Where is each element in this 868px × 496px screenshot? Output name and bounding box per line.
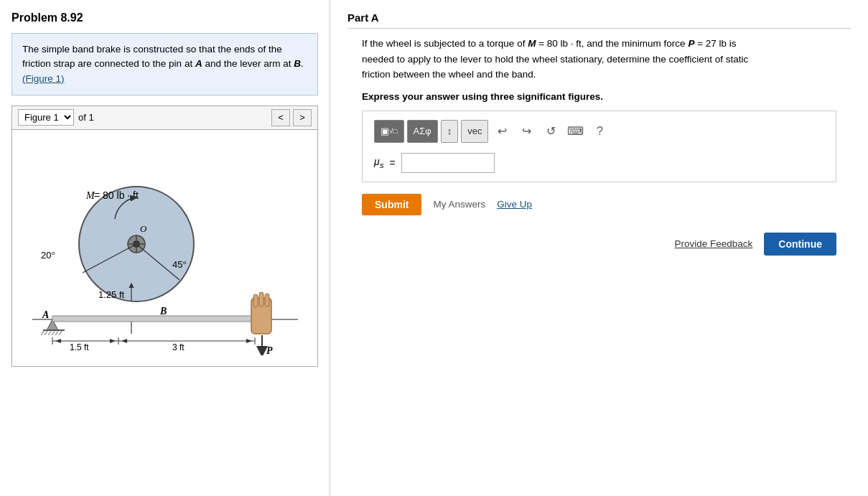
svg-text:A: A xyxy=(42,309,49,320)
svg-text:1.5 ft: 1.5 ft xyxy=(70,342,89,352)
submit-button[interactable]: Submit xyxy=(362,194,421,215)
svg-marker-37 xyxy=(246,339,252,343)
svg-marker-31 xyxy=(55,339,61,343)
toolbar: ▣√□ AΣφ ↕ vec ↩ ↪ ↺ ⌨ ? xyxy=(374,120,824,143)
next-figure-button[interactable]: > xyxy=(293,109,312,126)
undo-button[interactable]: ↩ xyxy=(491,120,513,143)
figure-image: M = 80 lb · ft O 20° 45° 1.25 ft xyxy=(25,140,305,355)
svg-rect-25 xyxy=(52,316,253,322)
matrix-button[interactable]: ▣√□ xyxy=(374,120,404,143)
svg-marker-36 xyxy=(121,339,127,343)
svg-rect-40 xyxy=(259,292,263,307)
mu-subscript: s xyxy=(380,160,384,169)
part-description: If the wheel is subjected to a torque of… xyxy=(362,36,851,83)
redo-button[interactable]: ↪ xyxy=(515,120,537,143)
give-up-link[interactable]: Give Up xyxy=(497,199,532,210)
svg-line-22 xyxy=(52,330,55,335)
figure-link[interactable]: (Figure 1) xyxy=(22,73,65,84)
figure-selector-bar: Figure 1 of 1 < > xyxy=(11,106,318,130)
my-answers-link[interactable]: My Answers xyxy=(433,199,485,210)
figure-dropdown[interactable]: Figure 1 xyxy=(18,109,74,126)
express-answer: Express your answer using three signific… xyxy=(362,91,851,102)
svg-line-20 xyxy=(45,330,48,335)
svg-text:20°: 20° xyxy=(41,250,55,261)
svg-line-21 xyxy=(48,330,52,335)
of-label: of 1 xyxy=(78,112,94,123)
help-button[interactable]: ? xyxy=(589,120,610,143)
vec-button[interactable]: vec xyxy=(461,120,488,143)
input-row: μs = xyxy=(374,153,824,173)
arrows-button[interactable]: ↕ xyxy=(441,120,459,143)
prev-figure-button[interactable]: < xyxy=(271,109,290,126)
svg-rect-39 xyxy=(253,294,258,307)
keyboard-button[interactable]: ⌨ xyxy=(564,120,586,143)
svg-line-23 xyxy=(55,330,59,335)
description-text: The simple band brake is constructed so … xyxy=(22,44,304,84)
provide-feedback-link[interactable]: Provide Feedback xyxy=(675,238,753,249)
equals-sign: = xyxy=(390,157,396,169)
refresh-button[interactable]: ↺ xyxy=(540,120,561,143)
problem-title: Problem 8.92 xyxy=(11,11,318,24)
svg-line-19 xyxy=(41,330,45,335)
svg-text:B: B xyxy=(159,306,167,317)
right-panel: Part A If the wheel is subjected to a to… xyxy=(330,0,868,496)
answer-box: ▣√□ AΣφ ↕ vec ↩ ↪ ↺ ⌨ ? μs = xyxy=(362,111,836,182)
svg-rect-41 xyxy=(265,294,269,307)
svg-line-24 xyxy=(59,330,62,335)
part-title: Part A xyxy=(347,11,851,29)
continue-button[interactable]: Continue xyxy=(764,233,836,256)
problem-description: The simple band brake is constructed so … xyxy=(11,33,318,95)
svg-text:3 ft: 3 ft xyxy=(172,342,185,352)
svg-text:1.25 ft: 1.25 ft xyxy=(98,289,125,300)
left-panel: Problem 8.92 The simple band brake is co… xyxy=(0,0,330,496)
svg-marker-32 xyxy=(110,339,116,343)
svg-text:P: P xyxy=(266,345,273,355)
greek-button[interactable]: AΣφ xyxy=(407,120,438,143)
mu-symbol: μs xyxy=(374,156,384,169)
svg-text:= 80 lb · ft: = 80 lb · ft xyxy=(94,189,139,201)
svg-text:45°: 45° xyxy=(172,259,187,270)
svg-text:O: O xyxy=(140,223,147,234)
feedback-continue-row: Provide Feedback Continue xyxy=(347,233,836,256)
figure-area: M = 80 lb · ft O 20° 45° 1.25 ft xyxy=(11,130,318,367)
answer-input[interactable] xyxy=(401,153,495,173)
bottom-row: Submit My Answers Give Up xyxy=(362,194,851,215)
